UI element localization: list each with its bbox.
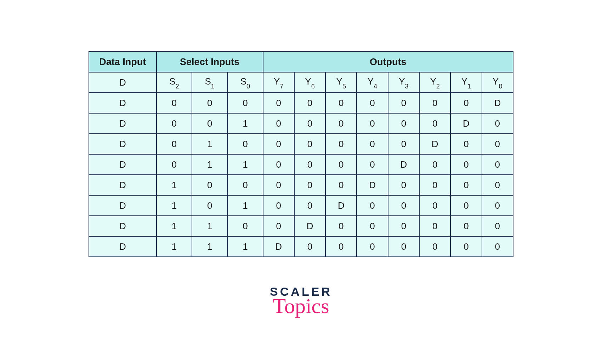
table-cell: 0 xyxy=(482,175,513,195)
table-row: D0110000D000 xyxy=(89,154,513,175)
table-cell: 0 xyxy=(419,216,450,236)
table-cell: 0 xyxy=(450,175,482,195)
table-cell: D xyxy=(419,134,450,154)
table-cell: 1 xyxy=(227,113,263,134)
table-cell: 0 xyxy=(263,113,294,134)
table-cell: 0 xyxy=(294,113,325,134)
table-row: D10100D00000 xyxy=(89,195,513,216)
table-cell: 1 xyxy=(157,216,192,236)
table-row: D0000000000D xyxy=(89,93,513,113)
table-cell: 0 xyxy=(450,236,482,257)
table-row: D111D0000000 xyxy=(89,236,513,257)
table-cell: 0 xyxy=(157,154,192,175)
table-cell: 0 xyxy=(357,134,388,154)
table-row: D001000000D0 xyxy=(89,113,513,134)
table-cell: D xyxy=(89,195,157,216)
table-cell: 0 xyxy=(157,93,192,113)
table-cell: 0 xyxy=(482,113,513,134)
table-cell: 0 xyxy=(482,195,513,216)
table-cell: 0 xyxy=(450,154,482,175)
table-cell: 0 xyxy=(388,134,419,154)
header-outputs: Outputs xyxy=(263,52,513,72)
table-cell: 0 xyxy=(419,195,450,216)
table-cell: 0 xyxy=(263,93,294,113)
subheader-y2: Y2 xyxy=(419,72,450,93)
table-row: D100000D0000 xyxy=(89,175,513,195)
table-cell: 0 xyxy=(192,195,227,216)
table-cell: 0 xyxy=(227,175,263,195)
table-cell: 0 xyxy=(263,154,294,175)
table-cell: 0 xyxy=(294,195,325,216)
table-cell: 1 xyxy=(192,134,227,154)
table-cell: 0 xyxy=(357,216,388,236)
table-cell: 0 xyxy=(482,236,513,257)
subheader-row: D S2 S1 S0 Y7 Y6 Y5 Y4 Y3 Y2 Y1 Y0 xyxy=(89,72,513,93)
subheader-y1: Y1 xyxy=(450,72,482,93)
table-cell: 0 xyxy=(419,175,450,195)
table-cell: 0 xyxy=(157,134,192,154)
subheader-s2: S2 xyxy=(157,72,192,93)
table-cell: 0 xyxy=(294,175,325,195)
table-cell: 0 xyxy=(227,134,263,154)
table-cell: 0 xyxy=(419,154,450,175)
table-cell: D xyxy=(294,216,325,236)
table-cell: 0 xyxy=(192,93,227,113)
table-cell: 1 xyxy=(157,195,192,216)
table-cell: D xyxy=(263,236,294,257)
table-cell: 0 xyxy=(357,93,388,113)
table-cell: 0 xyxy=(419,236,450,257)
table-cell: 0 xyxy=(388,236,419,257)
table-cell: 0 xyxy=(294,154,325,175)
subheader-s1: S1 xyxy=(192,72,227,93)
header-data-input: Data Input xyxy=(89,52,157,72)
table-cell: 0 xyxy=(263,175,294,195)
table-cell: 0 xyxy=(357,154,388,175)
table-cell: D xyxy=(89,216,157,236)
table-cell: 0 xyxy=(325,134,357,154)
table-cell: 1 xyxy=(227,154,263,175)
table-cell: 1 xyxy=(192,216,227,236)
logo-bottom-text: Topics xyxy=(273,295,329,317)
table-cell: 0 xyxy=(357,113,388,134)
table-cell: D xyxy=(89,154,157,175)
table-cell: 0 xyxy=(192,113,227,134)
table-cell: 0 xyxy=(325,154,357,175)
table-cell: 1 xyxy=(227,195,263,216)
subheader-y0: Y0 xyxy=(482,72,513,93)
table-cell: 0 xyxy=(482,216,513,236)
table-cell: 0 xyxy=(450,195,482,216)
table-cell: 0 xyxy=(263,216,294,236)
table-cell: 0 xyxy=(419,113,450,134)
table-cell: 0 xyxy=(294,93,325,113)
demux-truth-table: Data Input Select Inputs Outputs D S2 S1… xyxy=(89,51,513,257)
header-select-inputs: Select Inputs xyxy=(157,52,263,72)
table-cell: 0 xyxy=(388,216,419,236)
table-cell: 0 xyxy=(388,175,419,195)
table-cell: 0 xyxy=(325,175,357,195)
table-cell: 1 xyxy=(157,236,192,257)
table-cell: 0 xyxy=(325,113,357,134)
subheader-y4: Y4 xyxy=(357,72,388,93)
table-cell: 0 xyxy=(357,236,388,257)
table-cell: 0 xyxy=(388,113,419,134)
table-cell: D xyxy=(89,236,157,257)
table-cell: 0 xyxy=(294,236,325,257)
subheader-s0: S0 xyxy=(227,72,263,93)
table-cell: D xyxy=(89,134,157,154)
table-cell: 0 xyxy=(157,113,192,134)
table-cell: 0 xyxy=(450,216,482,236)
subheader-y7: Y7 xyxy=(263,72,294,93)
table-cell: D xyxy=(450,113,482,134)
table-cell: 0 xyxy=(192,175,227,195)
subheader-y5: Y5 xyxy=(325,72,357,93)
table-cell: 0 xyxy=(419,93,450,113)
table-cell: 0 xyxy=(388,195,419,216)
scaler-topics-logo: SCALER Topics xyxy=(270,285,332,317)
table-cell: 0 xyxy=(450,134,482,154)
table-cell: 0 xyxy=(227,216,263,236)
table-cell: 0 xyxy=(450,93,482,113)
table-cell: 0 xyxy=(325,236,357,257)
subheader-y6: Y6 xyxy=(294,72,325,93)
table-cell: 0 xyxy=(263,134,294,154)
table-cell: 1 xyxy=(227,236,263,257)
